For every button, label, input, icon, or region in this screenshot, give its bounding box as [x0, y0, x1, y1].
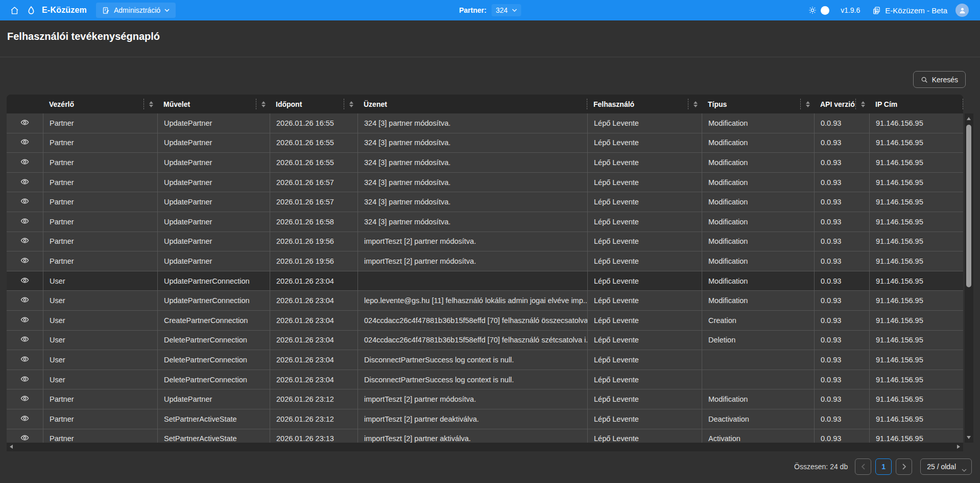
table-row[interactable]: PartnerUpdatePartner2026.01.26 16:55324 … — [7, 153, 963, 173]
eye-icon[interactable] — [20, 179, 29, 188]
cell-api_version: 0.0.93 — [814, 389, 869, 409]
view-details-button[interactable] — [7, 331, 43, 351]
view-details-button[interactable] — [7, 370, 43, 390]
view-details-button[interactable] — [7, 389, 43, 409]
column-header-user[interactable]: Felhasználó — [587, 95, 702, 113]
table-row[interactable]: PartnerUpdatePartner2026.01.26 16:57324 … — [7, 192, 963, 212]
sort-caret-icon[interactable] — [694, 101, 698, 107]
column-resize-handle[interactable] — [688, 99, 688, 109]
column-header-api_version[interactable]: API verzió — [814, 95, 869, 113]
page-size-select[interactable]: 25 / oldal — [920, 458, 972, 475]
table-row[interactable]: UserDeletePartnerConnection2026.01.26 23… — [7, 331, 963, 351]
column-header-controller[interactable]: Vezérlő — [43, 95, 157, 113]
table-row[interactable]: PartnerSetPartnerActiveState2026.01.26 2… — [7, 409, 963, 429]
view-details-button[interactable] — [7, 350, 43, 370]
eye-icon[interactable] — [20, 140, 29, 148]
view-details-button[interactable] — [7, 429, 43, 443]
column-header-label: Vezérlő — [49, 100, 74, 108]
cell-type: Modification — [702, 271, 814, 291]
scroll-right-icon[interactable] — [957, 445, 960, 449]
view-details-button[interactable] — [7, 271, 43, 291]
sort-caret-icon[interactable] — [149, 101, 153, 107]
vertical-scrollbar-thumb[interactable] — [966, 125, 971, 287]
eye-icon[interactable] — [20, 199, 29, 207]
column-resize-handle[interactable] — [256, 99, 256, 109]
cell-operation: UpdatePartner — [157, 251, 270, 271]
search-button[interactable]: Keresés — [913, 71, 966, 88]
view-details-button[interactable] — [7, 251, 43, 271]
page-1-button[interactable]: 1 — [875, 458, 892, 475]
column-header-type[interactable]: Típus — [702, 95, 814, 113]
table-row[interactable]: PartnerUpdatePartner2026.01.26 19:56impo… — [7, 232, 963, 252]
eye-icon[interactable] — [20, 278, 29, 286]
eye-icon[interactable] — [20, 416, 29, 424]
eye-icon[interactable] — [20, 317, 29, 326]
eye-icon[interactable] — [20, 120, 29, 128]
view-details-button[interactable] — [7, 173, 43, 193]
column-header-timestamp[interactable]: Időpont — [270, 95, 357, 113]
view-details-button[interactable] — [7, 192, 43, 212]
table-row[interactable]: PartnerUpdatePartner2026.01.26 16:57324 … — [7, 173, 963, 193]
table-row[interactable]: PartnerUpdatePartner2026.01.26 23:12impo… — [7, 389, 963, 409]
cell-type: Modification — [702, 113, 814, 133]
table-row[interactable]: UserUpdatePartnerConnection2026.01.26 23… — [7, 291, 963, 311]
scroll-down-icon[interactable] — [967, 436, 971, 439]
table-row[interactable]: UserCreatePartnerConnection2026.01.26 23… — [7, 311, 963, 331]
column-resize-handle[interactable] — [344, 99, 344, 109]
sort-caret-icon[interactable] — [861, 101, 865, 107]
previous-page-button[interactable] — [855, 458, 871, 475]
view-details-button[interactable] — [7, 291, 43, 311]
view-details-button[interactable] — [7, 133, 43, 153]
eye-icon[interactable] — [20, 396, 29, 404]
table-row[interactable]: UserDeletePartnerConnection2026.01.26 23… — [7, 350, 963, 370]
eye-icon[interactable] — [20, 357, 29, 365]
table-row[interactable]: UserDeletePartnerConnection2026.01.26 23… — [7, 370, 963, 390]
cell-message: 324 [3] partner módosítva. — [357, 133, 587, 153]
theme-toggle[interactable] — [821, 6, 829, 15]
sort-caret-icon[interactable] — [261, 101, 266, 107]
view-details-button[interactable] — [7, 409, 43, 429]
column-header-label: Típus — [708, 100, 727, 108]
table-row[interactable]: PartnerUpdatePartner2026.01.26 16:55324 … — [7, 113, 963, 133]
scroll-left-icon[interactable] — [10, 445, 13, 449]
eye-icon[interactable] — [20, 377, 29, 385]
user-avatar[interactable] — [955, 4, 969, 17]
column-resize-handle[interactable] — [963, 99, 963, 109]
table-row[interactable]: PartnerUpdatePartner2026.01.26 16:55324 … — [7, 133, 963, 153]
eye-icon[interactable] — [20, 159, 29, 168]
column-header-operation[interactable]: Művelet — [157, 95, 270, 113]
cell-user: Lépő Levente — [587, 271, 702, 291]
view-details-button[interactable] — [7, 113, 43, 133]
table-row[interactable]: PartnerUpdatePartner2026.01.26 16:58324 … — [7, 212, 963, 232]
horizontal-scrollbar[interactable] — [7, 443, 963, 451]
column-resize-handle[interactable] — [800, 99, 801, 109]
cell-type: Creation — [702, 311, 814, 331]
eye-icon[interactable] — [20, 258, 29, 266]
view-details-button[interactable] — [7, 311, 43, 331]
table-row[interactable]: PartnerSetPartnerActiveState2026.01.26 2… — [7, 429, 963, 443]
view-details-button[interactable] — [7, 153, 43, 173]
view-details-button[interactable] — [7, 232, 43, 252]
column-resize-handle[interactable] — [855, 99, 856, 109]
eye-icon[interactable] — [20, 435, 29, 443]
eye-icon[interactable] — [20, 219, 29, 227]
partner-select[interactable]: 324 — [492, 4, 521, 16]
cell-ip: 91.146.156.95 — [869, 232, 963, 252]
admin-menu[interactable]: Adminisztráció — [96, 3, 176, 18]
column-resize-handle[interactable] — [144, 99, 144, 109]
eye-icon[interactable] — [20, 337, 29, 345]
cell-operation: CreatePartnerConnection — [157, 311, 270, 331]
next-page-button[interactable] — [896, 458, 912, 475]
row-view-column-header — [7, 95, 43, 113]
vertical-scrollbar[interactable] — [965, 113, 973, 443]
home-icon[interactable] — [10, 6, 19, 15]
sort-caret-icon[interactable] — [349, 101, 353, 107]
scroll-up-icon[interactable] — [967, 117, 971, 120]
table-row[interactable]: PartnerUpdatePartner2026.01.26 19:56impo… — [7, 251, 963, 271]
view-details-button[interactable] — [7, 212, 43, 232]
eye-icon[interactable] — [20, 297, 29, 306]
cell-api_version: 0.0.93 — [814, 212, 869, 232]
table-row[interactable]: UserUpdatePartnerConnection2026.01.26 23… — [7, 271, 963, 291]
sort-caret-icon[interactable] — [806, 101, 810, 107]
eye-icon[interactable] — [20, 238, 29, 246]
